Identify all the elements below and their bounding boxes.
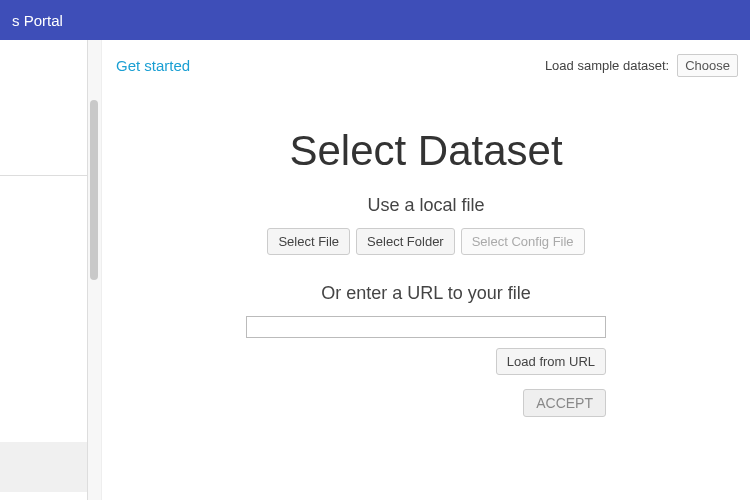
sample-dataset-row: Load sample dataset: Choose bbox=[545, 54, 738, 77]
top-navbar: s Portal bbox=[0, 0, 750, 40]
dataset-selector: Select Dataset Use a local file Select F… bbox=[102, 87, 750, 417]
sidebar-divider bbox=[0, 175, 87, 176]
left-sidebar bbox=[0, 40, 88, 500]
get-started-link[interactable]: Get started bbox=[116, 57, 190, 74]
choose-sample-button[interactable]: Choose bbox=[677, 54, 738, 77]
local-file-buttons: Select File Select Folder Select Config … bbox=[102, 228, 750, 255]
select-folder-button[interactable]: Select Folder bbox=[356, 228, 455, 255]
select-config-button[interactable]: Select Config File bbox=[461, 228, 585, 255]
accept-button[interactable]: ACCEPT bbox=[523, 389, 606, 417]
url-heading: Or enter a URL to your file bbox=[102, 283, 750, 304]
url-section: Load from URL ACCEPT bbox=[102, 316, 750, 417]
main-header: Get started Load sample dataset: Choose bbox=[102, 40, 750, 87]
scrollbar-thumb[interactable] bbox=[90, 100, 98, 280]
sample-dataset-label: Load sample dataset: bbox=[545, 58, 669, 73]
local-file-heading: Use a local file bbox=[102, 195, 750, 216]
load-from-url-button[interactable]: Load from URL bbox=[496, 348, 606, 375]
sidebar-footer bbox=[0, 442, 87, 492]
scrollbar-track[interactable] bbox=[88, 40, 102, 500]
app-title: s Portal bbox=[12, 12, 63, 29]
url-input[interactable] bbox=[246, 316, 606, 338]
page-title: Select Dataset bbox=[102, 127, 750, 175]
main-panel: Get started Load sample dataset: Choose … bbox=[102, 40, 750, 500]
select-file-button[interactable]: Select File bbox=[267, 228, 350, 255]
